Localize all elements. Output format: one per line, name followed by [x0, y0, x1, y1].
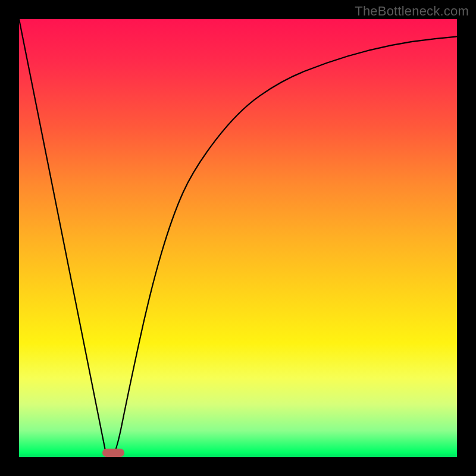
curve-path	[19, 19, 457, 457]
chart-lines	[19, 19, 457, 457]
watermark-text: TheBottleneck.com	[355, 4, 469, 19]
plot-area	[19, 19, 457, 457]
chart-frame: TheBottleneck.com	[0, 0, 476, 476]
minimum-marker	[102, 449, 124, 457]
